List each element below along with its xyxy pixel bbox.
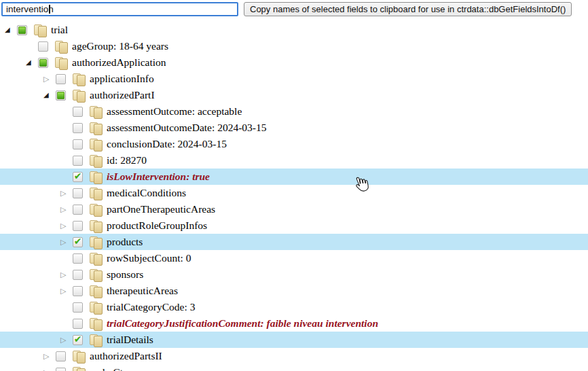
- folder-icon: [33, 24, 47, 36]
- expand-toggle-icon[interactable]: ◢: [42, 92, 56, 99]
- expand-toggle-icon[interactable]: ▷: [59, 206, 73, 213]
- checkbox[interactable]: [56, 74, 66, 84]
- checkbox[interactable]: [73, 237, 83, 247]
- checkbox[interactable]: [73, 319, 83, 329]
- checkbox[interactable]: [38, 41, 48, 52]
- tree-row[interactable]: ▷ trialDetails: [0, 332, 588, 348]
- tree-item-label[interactable]: sponsors: [107, 268, 143, 281]
- checkbox[interactable]: [73, 107, 83, 117]
- folder-icon: [89, 253, 103, 264]
- expand-toggle-icon[interactable]: ▷: [42, 353, 56, 360]
- tree-item-label[interactable]: assessmentOutcomeDate: 2024-03-15: [107, 122, 266, 134]
- expand-toggle-icon[interactable]: ▷: [42, 75, 56, 83]
- expand-toggle-icon[interactable]: ▷: [59, 222, 73, 230]
- tree-row[interactable]: ▷ sponsors: [0, 266, 588, 283]
- checkbox[interactable]: [56, 90, 66, 101]
- tree-row[interactable]: ▷ authorizedPartsII: [0, 348, 588, 364]
- checkbox[interactable]: [38, 58, 48, 68]
- tree-row[interactable]: trialCategoryCode: 3: [0, 299, 588, 315]
- tree-row[interactable]: assessmentOutcomeDate: 2024-03-15: [0, 120, 588, 136]
- tree-item-label[interactable]: authorizedPartI: [90, 89, 155, 101]
- tree-row[interactable]: ▷ productRoleGroupInfos: [0, 217, 588, 234]
- tree-item-label[interactable]: authorizedApplication: [72, 56, 166, 69]
- tree-row[interactable]: rowSubjectCount: 0: [0, 250, 588, 266]
- expand-toggle-icon[interactable]: ▷: [42, 369, 56, 371]
- tree-item-label[interactable]: assessmentOutcome: acceptable: [107, 105, 242, 118]
- tree-item-label[interactable]: trial: [51, 24, 68, 36]
- folder-icon: [89, 188, 103, 199]
- checkbox[interactable]: [73, 302, 83, 313]
- expand-toggle-icon[interactable]: ▷: [59, 238, 73, 246]
- tree-item-label[interactable]: partOneTherapeuticAreas: [107, 203, 215, 215]
- expand-toggle-icon[interactable]: ▷: [59, 287, 73, 295]
- expand-toggle-icon[interactable]: ◢: [3, 26, 17, 33]
- folder-icon: [72, 351, 86, 362]
- checkbox[interactable]: [73, 156, 83, 166]
- tree-item-label[interactable]: trialDetails: [107, 334, 153, 346]
- tree-row[interactable]: ◢ trial: [0, 22, 588, 38]
- folder-icon: [72, 367, 86, 371]
- folder-icon: [54, 57, 68, 69]
- tree-row[interactable]: conclusionDate: 2024-03-15: [0, 136, 588, 152]
- tree-item-label[interactable]: medicalConditions: [107, 187, 186, 199]
- checkbox[interactable]: [73, 123, 83, 133]
- tree-item-label[interactable]: productRoleGroupInfos: [107, 219, 207, 232]
- tree-row[interactable]: trialCategoryJustificationComment: faibl…: [0, 315, 588, 332]
- tree-row[interactable]: isLowIntervention: true: [0, 169, 588, 185]
- search-input[interactable]: [1, 2, 238, 16]
- tree-item-label[interactable]: rowSubjectCount: 0: [107, 252, 191, 264]
- tree-item-label[interactable]: isLowIntervention: true: [107, 171, 210, 183]
- folder-icon: [89, 285, 103, 297]
- checkbox[interactable]: [73, 172, 83, 182]
- checkbox[interactable]: [73, 270, 83, 280]
- field-tree-window: Copy names of selected fields to clipboa…: [0, 0, 588, 371]
- folder-icon: [89, 139, 103, 150]
- tree-item-label[interactable]: trialCategoryCode: 3: [107, 301, 195, 313]
- tree-item-label[interactable]: ageGroup: 18-64 years: [72, 40, 168, 52]
- checkbox[interactable]: [73, 188, 83, 198]
- tree-row[interactable]: ▷ therapeuticAreas: [0, 283, 588, 299]
- expand-toggle-icon[interactable]: ▷: [59, 336, 73, 344]
- folder-icon: [89, 155, 103, 166]
- copy-fields-button[interactable]: Copy names of selected fields to clipboa…: [244, 2, 572, 16]
- folder-icon: [89, 236, 103, 248]
- checkbox[interactable]: [17, 25, 27, 35]
- tree-item-label[interactable]: authorizedPartsII: [90, 350, 162, 362]
- tree-item-label[interactable]: id: 28270: [107, 154, 147, 166]
- checkbox[interactable]: [73, 286, 83, 296]
- folder-icon: [89, 204, 103, 215]
- folder-icon: [89, 318, 103, 330]
- expand-toggle-icon[interactable]: ▷: [59, 271, 73, 279]
- checkbox[interactable]: [56, 351, 66, 361]
- field-tree: ◢ trial ageGroup: 18-64 years ◢ authoriz…: [0, 22, 588, 371]
- checkbox[interactable]: [73, 205, 83, 215]
- tree-item-label[interactable]: trialCategoryJustificationComment: faibl…: [107, 317, 378, 330]
- folder-icon: [72, 90, 86, 101]
- tree-item-label[interactable]: products: [107, 236, 143, 248]
- expand-toggle-icon[interactable]: ▷: [59, 190, 73, 197]
- tree-item-label[interactable]: conclusionDate: 2024-03-15: [107, 138, 227, 150]
- checkbox[interactable]: [56, 368, 66, 371]
- tree-item-label[interactable]: eudraCt: [90, 366, 123, 371]
- tree-row[interactable]: ◢ authorizedApplication: [0, 54, 588, 71]
- checkbox[interactable]: [73, 221, 83, 231]
- tree-item-label[interactable]: applicationInfo: [90, 73, 154, 85]
- checkbox[interactable]: [73, 335, 83, 345]
- expand-toggle-icon[interactable]: ◢: [24, 59, 38, 66]
- tree-row[interactable]: ▷ products: [0, 234, 588, 250]
- tree-row[interactable]: id: 28270: [0, 152, 588, 169]
- tree-item-label[interactable]: therapeuticAreas: [107, 285, 178, 297]
- tree-row[interactable]: ▷ partOneTherapeuticAreas: [0, 201, 588, 217]
- folder-icon: [89, 269, 103, 281]
- tree-row[interactable]: ▷ applicationInfo: [0, 71, 588, 87]
- tree-row[interactable]: ◢ authorizedPartI: [0, 87, 588, 103]
- folder-icon: [89, 302, 103, 313]
- tree-row[interactable]: ▷ eudraCt: [0, 364, 588, 371]
- text-caret: [49, 5, 50, 14]
- tree-row[interactable]: assessmentOutcome: acceptable: [0, 103, 588, 120]
- folder-icon: [89, 220, 103, 232]
- checkbox[interactable]: [73, 253, 83, 264]
- tree-row[interactable]: ▷ medicalConditions: [0, 185, 588, 201]
- checkbox[interactable]: [73, 139, 83, 149]
- tree-row[interactable]: ageGroup: 18-64 years: [0, 38, 588, 54]
